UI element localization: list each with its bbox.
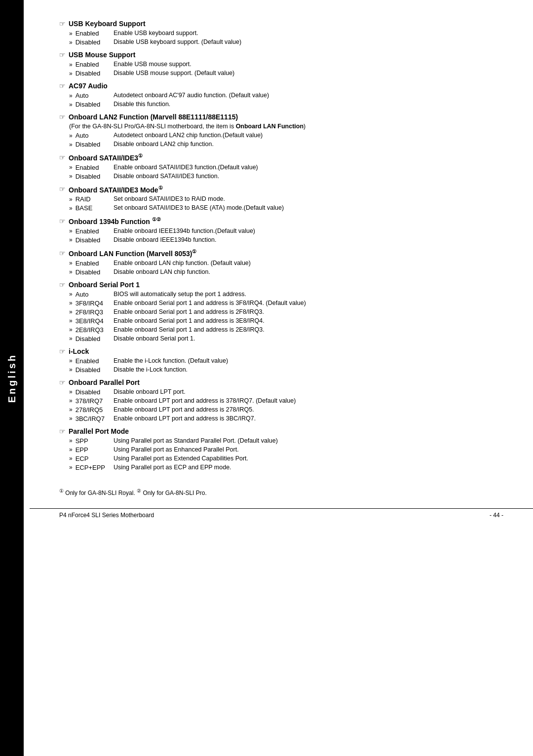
item-key: »Disabled bbox=[69, 70, 114, 77]
footer-left: P4 nForce4 SLI Series Motherboard bbox=[59, 512, 154, 519]
section-header-onboard-sataii-ide3: ☞Onboard SATAII/IDE3① bbox=[59, 153, 503, 162]
item-row: »DisabledDisable the i-Lock function. bbox=[69, 366, 503, 374]
bullet-arrow-icon: » bbox=[69, 70, 73, 77]
item-row: »DisabledDisable onboard LAN chip functi… bbox=[69, 268, 503, 276]
item-key: »2F8/IRQ3 bbox=[69, 308, 114, 316]
item-row: »RAIDSet onboard SATAII/IDE3 to RAID mod… bbox=[69, 195, 503, 203]
bullet-arrow-icon: » bbox=[69, 227, 73, 234]
item-row: »378/IRQ7Enable onboard LPT port and add… bbox=[69, 397, 503, 405]
item-key: »2E8/IRQ3 bbox=[69, 326, 114, 334]
item-key: »3F8/IRQ4 bbox=[69, 300, 114, 307]
bullet-arrow-icon: » bbox=[69, 357, 73, 364]
item-key: »3BC/IRQ7 bbox=[69, 415, 114, 422]
bullet-arrow-icon: » bbox=[69, 300, 73, 306]
item-key: »RAID bbox=[69, 195, 114, 203]
section-header-onboard-parallel-port: ☞Onboard Parallel Port bbox=[59, 378, 503, 386]
section-title-parallel-port-mode: Parallel Port Mode bbox=[69, 427, 129, 435]
section-onboard-1394b: ☞Onboard 1394b Function ①②»EnabledEnable… bbox=[59, 217, 503, 244]
section-arrow-icon: ☞ bbox=[59, 20, 66, 28]
section-onboard-sataii-ide3-mode: ☞Onboard SATAII/IDE3 Mode①»RAIDSet onboa… bbox=[59, 185, 503, 212]
footnotes-area: ① Only for GA-8N-SLI Royal. ② Only for G… bbox=[30, 486, 533, 498]
bullet-arrow-icon: » bbox=[69, 132, 73, 139]
item-row: »DisabledDisable onboard LPT port. bbox=[69, 388, 503, 396]
section-arrow-icon: ☞ bbox=[59, 347, 66, 355]
section-title-onboard-serial-port1: Onboard Serial Port 1 bbox=[69, 281, 140, 289]
bullet-arrow-icon: » bbox=[69, 366, 73, 373]
item-key: »ECP bbox=[69, 455, 114, 462]
item-description: Enable onboard IEEE1394b function.(Defau… bbox=[114, 227, 503, 234]
section-arrow-icon: ☞ bbox=[59, 249, 66, 257]
item-row: »DisabledDisable this function. bbox=[69, 101, 503, 108]
item-description: Enable onboard LPT port and address is 3… bbox=[114, 415, 503, 422]
item-description: Disable onboard LPT port. bbox=[114, 388, 503, 395]
item-row: »DisabledDisable onboard LAN2 chip funct… bbox=[69, 141, 503, 148]
item-row: »DisabledDisable onboard Serial port 1. bbox=[69, 335, 503, 342]
item-row: »3BC/IRQ7Enable onboard LPT port and add… bbox=[69, 415, 503, 422]
bullet-arrow-icon: » bbox=[69, 464, 73, 471]
item-row: »EPPUsing Parallel port as Enhanced Para… bbox=[69, 446, 503, 454]
section-ac97-audio: ☞AC97 Audio»AutoAutodetect onboard AC'97… bbox=[59, 82, 503, 108]
item-row: »2E8/IRQ3Enable onboard Serial port 1 an… bbox=[69, 326, 503, 334]
bullet-arrow-icon: » bbox=[69, 196, 73, 203]
section-title-onboard-1394b: Onboard 1394b Function ①② bbox=[69, 217, 161, 226]
section-title-i-lock: i-Lock bbox=[69, 347, 89, 355]
item-key: »EPP bbox=[69, 446, 114, 454]
item-row: »278/IRQ5Enable onboard LPT port and add… bbox=[69, 406, 503, 414]
item-key: »Enabled bbox=[69, 260, 114, 267]
bullet-arrow-icon: » bbox=[69, 92, 73, 99]
item-description: Set onboard SATAII/IDE3 to BASE (ATA) mo… bbox=[114, 204, 503, 211]
section-onboard-serial-port1: ☞Onboard Serial Port 1»AutoBIOS will aut… bbox=[59, 281, 503, 342]
item-row: »AutoAutodetect onboard AC'97 audio func… bbox=[69, 92, 503, 99]
section-parallel-port-mode: ☞Parallel Port Mode»SPPUsing Parallel po… bbox=[59, 427, 503, 471]
item-key: »3E8/IRQ4 bbox=[69, 317, 114, 325]
item-key: »Auto bbox=[69, 132, 114, 139]
item-description: Disable onboard IEEE1394b function. bbox=[114, 236, 503, 243]
item-key: »ECP+EPP bbox=[69, 464, 114, 471]
item-description: Enable onboard Serial port 1 and address… bbox=[114, 300, 503, 306]
section-arrow-icon: ☞ bbox=[59, 113, 66, 121]
bullet-arrow-icon: » bbox=[69, 406, 73, 413]
item-row: »EnabledEnable onboard LAN chip function… bbox=[69, 260, 503, 267]
bullet-arrow-icon: » bbox=[69, 205, 73, 212]
item-description: Disable the i-Lock function. bbox=[114, 366, 503, 373]
item-row: »DisabledDisable onboard SATAII/IDE3 fun… bbox=[69, 173, 503, 180]
item-description: Autodetect onboard AC'97 audio function.… bbox=[114, 92, 503, 99]
section-header-onboard-lan-marvell: ☞Onboard LAN Function (Marvell 8053)① bbox=[59, 249, 503, 258]
item-row: »EnabledEnable onboard IEEE1394b functio… bbox=[69, 227, 503, 235]
section-title-onboard-parallel-port: Onboard Parallel Port bbox=[69, 378, 140, 386]
section-usb-keyboard: ☞USB Keyboard Support»EnabledEnable USB … bbox=[59, 20, 503, 46]
item-description: Using Parallel port as Extended Capabili… bbox=[114, 455, 503, 462]
section-title-onboard-sataii-ide3: Onboard SATAII/IDE3① bbox=[69, 153, 143, 162]
footnote-1: ① Only for GA-8N-SLI Royal. bbox=[59, 490, 135, 496]
section-onboard-sataii-ide3: ☞Onboard SATAII/IDE3①»EnabledEnable onbo… bbox=[59, 153, 503, 180]
section-i-lock: ☞i-Lock»EnabledEnable the i-Lock functio… bbox=[59, 347, 503, 374]
item-description: Enable USB keyboard support. bbox=[114, 30, 503, 37]
item-description: Enable onboard Serial port 1 and address… bbox=[114, 308, 503, 315]
item-row: »EnabledEnable onboard SATAII/IDE3 funct… bbox=[69, 164, 503, 171]
item-key: »Enabled bbox=[69, 164, 114, 171]
section-header-usb-mouse: ☞USB Mouse Support bbox=[59, 51, 503, 59]
bullet-arrow-icon: » bbox=[69, 141, 73, 148]
item-description: Disable onboard LAN2 chip function. bbox=[114, 141, 503, 148]
item-description: Set onboard SATAII/IDE3 to RAID mode. bbox=[114, 195, 503, 202]
item-description: Using Parallel port as ECP and EPP mode. bbox=[114, 464, 503, 471]
item-description: BIOS will automatically setup the port 1… bbox=[114, 291, 503, 298]
bullet-arrow-icon: » bbox=[69, 397, 73, 404]
bullet-arrow-icon: » bbox=[69, 101, 73, 108]
item-description: Using Parallel port as Enhanced Parallel… bbox=[114, 446, 503, 453]
bullet-arrow-icon: » bbox=[69, 236, 73, 243]
item-key: »Disabled bbox=[69, 173, 114, 180]
section-arrow-icon: ☞ bbox=[59, 217, 66, 225]
item-row: »DisabledDisable USB keyboard support. (… bbox=[69, 38, 503, 46]
section-onboard-parallel-port: ☞Onboard Parallel Port»DisabledDisable o… bbox=[59, 378, 503, 422]
section-header-onboard-lan2: ☞Onboard LAN2 Function (Marvell 88E1111/… bbox=[59, 113, 503, 121]
item-description: Enable USB mouse support. bbox=[114, 61, 503, 68]
section-usb-mouse: ☞USB Mouse Support»EnabledEnable USB mou… bbox=[59, 51, 503, 77]
section-header-parallel-port-mode: ☞Parallel Port Mode bbox=[59, 427, 503, 435]
bullet-arrow-icon: » bbox=[69, 39, 73, 46]
item-description: Enable onboard LAN chip function. (Defau… bbox=[114, 260, 503, 266]
footnote-2: ② Only for GA-8N-SLI Pro. bbox=[137, 490, 207, 496]
item-row: »AutoBIOS will automatically setup the p… bbox=[69, 291, 503, 298]
section-title-onboard-sataii-ide3-mode: Onboard SATAII/IDE3 Mode① bbox=[69, 185, 163, 194]
section-title-usb-mouse: USB Mouse Support bbox=[69, 51, 135, 59]
